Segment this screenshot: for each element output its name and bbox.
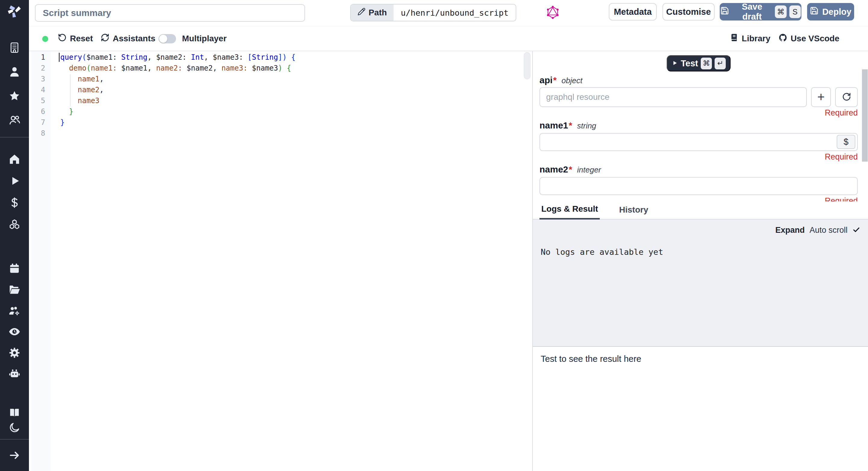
kbd-enter: ↵: [715, 58, 726, 69]
test-button[interactable]: Test ⌘ ↵: [667, 55, 731, 71]
tab-logs-result[interactable]: Logs & Result: [539, 204, 600, 219]
kbd-s: S: [789, 5, 801, 18]
code-line: }: [60, 106, 296, 117]
required-hint: Required: [539, 108, 858, 117]
required-star: *: [569, 120, 572, 130]
logs-empty-text: No logs are available yet: [541, 247, 860, 257]
code-line: query($name1: String, $name2: Int, $name…: [60, 52, 296, 63]
rotate-ccw-icon: [58, 33, 67, 44]
sidebar-item-arrow-right[interactable]: [0, 448, 29, 463]
play-icon: [672, 59, 678, 68]
line-numbers: 12345678: [31, 52, 47, 139]
sidebar: [0, 0, 29, 471]
pencil-icon: [358, 7, 366, 18]
code-line: name1,: [60, 73, 296, 84]
text-cursor: [59, 53, 60, 62]
result-pane: Test to see the result here: [533, 346, 868, 471]
field-label-name1: name1* string: [539, 120, 858, 131]
library-button[interactable]: Library: [730, 27, 770, 51]
metadata-button[interactable]: Metadata: [609, 3, 657, 21]
line-number: 3: [31, 73, 47, 84]
path-label: Path: [351, 4, 394, 21]
save-icon: [720, 6, 729, 17]
line-number: 8: [31, 128, 47, 139]
sidebar-item-dollar[interactable]: [0, 195, 29, 210]
sidebar-item-building[interactable]: [0, 40, 29, 55]
sidebar-item-users-gear[interactable]: [0, 303, 29, 318]
topbar: Path u/henri/unbound_script Metadata Cus…: [29, 0, 868, 27]
save-icon: [810, 6, 818, 17]
window-scrollbar-thumb[interactable]: [862, 69, 868, 161]
deploy-button[interactable]: Deploy: [807, 3, 854, 21]
logs-pane: Expand Auto scroll No logs are available…: [533, 219, 868, 346]
sidebar-item-book-open[interactable]: [0, 405, 29, 420]
sidebar-item-folder-open[interactable]: [0, 282, 29, 297]
sidebar-item-boxes[interactable]: [0, 217, 29, 232]
code-line: [60, 128, 296, 139]
use-vscode-button[interactable]: Use VScode: [778, 27, 839, 51]
refresh-cw-icon: [101, 33, 110, 44]
code-line: name3: [60, 95, 296, 106]
kbd-cmd: ⌘: [701, 58, 712, 69]
editor-toolbar: Reset Assistants Multiplayer: [29, 27, 868, 51]
sidebar-item-users[interactable]: [0, 113, 29, 127]
customise-button[interactable]: Customise: [662, 3, 715, 21]
tab-history[interactable]: History: [617, 205, 650, 219]
code-editor[interactable]: 12345678 query($name1: String, $name2: I…: [29, 51, 532, 471]
line-number: 4: [31, 84, 47, 95]
kbd-cmd: ⌘: [775, 5, 786, 18]
field-label-name2: name2* integer: [539, 164, 858, 175]
name2-input[interactable]: [539, 177, 858, 195]
run-panel: Test ⌘ ↵ api* object +: [533, 51, 868, 471]
required-hint: Required: [539, 152, 858, 161]
multiplayer-toggle[interactable]: [158, 34, 176, 43]
refresh-resources-button[interactable]: [835, 87, 858, 107]
add-resource-button[interactable]: +: [811, 87, 831, 107]
assistants-button[interactable]: Assistants: [101, 27, 156, 51]
sidebar-item-settings[interactable]: [0, 345, 29, 360]
api-resource-input[interactable]: [539, 87, 807, 107]
check-icon[interactable]: [852, 226, 860, 235]
sidebar-item-home[interactable]: [0, 152, 29, 167]
sidebar-item-eye[interactable]: [0, 324, 29, 339]
book-icon: [730, 33, 738, 44]
required-hint: Required: [539, 196, 858, 201]
sidebar-divider: [0, 439, 29, 440]
args-form: Test ⌘ ↵ api* object +: [533, 51, 868, 201]
name1-input[interactable]: [539, 133, 858, 151]
indent-guide: [70, 74, 70, 106]
line-number: 6: [31, 106, 47, 117]
app-root: Path u/henri/unbound_script Metadata Cus…: [0, 0, 868, 471]
sidebar-item-play[interactable]: [0, 173, 29, 188]
expand-button[interactable]: Expand: [775, 226, 805, 235]
sidebar-divider: [0, 137, 29, 138]
line-number: 7: [31, 117, 47, 128]
sidebar-item-user[interactable]: [0, 64, 29, 79]
script-summary-input[interactable]: [35, 4, 305, 22]
result-tabs: Logs & Result History: [533, 201, 868, 219]
code-line: name2,: [60, 84, 296, 95]
sidebar-item-bot[interactable]: [0, 366, 29, 381]
reset-button[interactable]: Reset: [58, 27, 93, 51]
github-icon: [778, 33, 787, 44]
required-star: *: [553, 75, 557, 85]
autoscroll-label[interactable]: Auto scroll: [809, 226, 847, 235]
sidebar-item-calendar[interactable]: [0, 261, 29, 276]
multiplayer-label: Multiplayer: [182, 27, 227, 51]
sidebar-item-moon[interactable]: [0, 420, 29, 435]
code-line: }: [60, 117, 296, 128]
path-chip[interactable]: Path u/henri/unbound_script: [350, 4, 516, 22]
line-number: 5: [31, 95, 47, 106]
code-line: demo(name1: $name1, name2: $name2, name3…: [60, 63, 296, 73]
graphql-logo-icon: [546, 5, 560, 20]
save-draft-button[interactable]: Save draft ⌘ S: [720, 3, 801, 21]
windmill-logo-icon[interactable]: [7, 4, 22, 19]
sidebar-item-star[interactable]: [0, 88, 29, 104]
status-dot: [42, 36, 48, 42]
required-star: *: [569, 164, 572, 175]
editor-scrollbar-thumb[interactable]: [524, 52, 530, 79]
plus-icon: +: [817, 90, 825, 104]
variable-picker-button[interactable]: $: [837, 135, 855, 149]
path-value[interactable]: u/henri/unbound_script: [394, 4, 516, 21]
code-lines[interactable]: query($name1: String, $name2: Int, $name…: [60, 52, 296, 139]
